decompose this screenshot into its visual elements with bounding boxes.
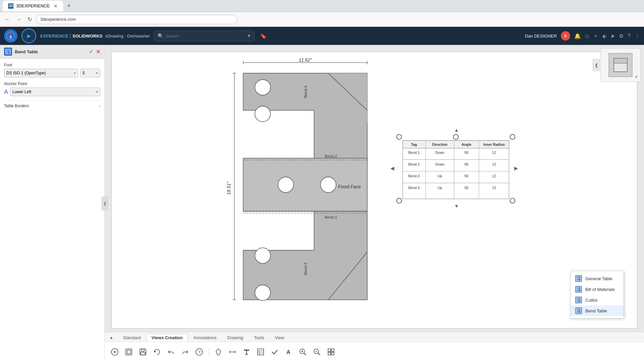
share-icon[interactable]: ◇ — [585, 33, 589, 39]
font-size-wrapper: 5 — [80, 69, 100, 77]
svg-text:?: ? — [198, 350, 200, 355]
context-general-table[interactable]: General Table — [571, 273, 624, 284]
font-select[interactable]: DS ISO 1 (OpenType) — [4, 69, 78, 77]
send-icon[interactable]: ➤ — [610, 33, 615, 39]
tool-smart-dimension[interactable] — [109, 346, 121, 358]
bom-label: Bill of Materials — [585, 287, 615, 292]
font-select-wrapper: DS ISO 1 (OpenType) — [4, 69, 78, 77]
svg-line-117 — [318, 353, 320, 355]
anchor-select[interactable]: Lower Left — [10, 87, 100, 96]
context-bom[interactable]: Bill of Materials — [571, 284, 624, 295]
table-borders-row[interactable]: Table Borders › — [4, 100, 100, 111]
notifications-icon[interactable]: 🔔 — [574, 33, 581, 39]
svg-text:Down: Down — [435, 150, 444, 155]
svg-marker-1 — [10, 33, 12, 36]
tool-zoom-in[interactable] — [297, 346, 309, 358]
svg-text:90: 90 — [465, 174, 469, 178]
svg-point-37 — [397, 198, 402, 203]
left-panel: Bend Table ✓ ✕ Font DS ISO 1 (OpenType) … — [0, 45, 105, 362]
tool-update[interactable] — [151, 346, 163, 358]
browser-chrome: 3D 3DEXPERIENCE ✕ + — [0, 0, 644, 12]
browser-tab[interactable]: 3D 3DEXPERIENCE ✕ — [3, 1, 63, 11]
toolbar-collapse-button[interactable]: ▲ — [107, 334, 115, 342]
tab-views-creation[interactable]: Views Creation — [147, 334, 188, 342]
user-avatar[interactable]: D — [561, 31, 570, 41]
tool-redo[interactable] — [179, 346, 191, 358]
svg-text:Bend.3: Bend.3 — [409, 174, 420, 178]
search-input[interactable] — [165, 34, 246, 39]
svg-text:11.62": 11.62" — [299, 58, 312, 63]
help-icon[interactable]: ? — [628, 33, 631, 39]
tool-grid[interactable] — [325, 346, 337, 358]
back-button[interactable]: ← — [3, 15, 12, 24]
tool-sketch[interactable] — [212, 346, 224, 358]
tool-text[interactable] — [240, 346, 253, 358]
bookmark-icon[interactable]: 🔖 — [260, 33, 267, 39]
svg-point-35 — [453, 134, 459, 139]
tools-icon[interactable]: ⚙ — [619, 33, 624, 39]
panel-ok-button[interactable]: ✓ — [89, 49, 93, 55]
svg-marker-97 — [154, 351, 156, 353]
tab-standard[interactable]: Standard — [118, 334, 146, 342]
svg-text:12: 12 — [492, 162, 496, 166]
user-name: Dan DESIGNER — [525, 34, 557, 39]
play-button[interactable]: ▶ — [21, 28, 36, 43]
context-cutlist[interactable]: Cutlist — [571, 295, 624, 305]
tool-text2[interactable]: A — [283, 346, 295, 358]
svg-marker-100 — [216, 349, 221, 355]
toolbar-tabs: ▲ Standard Views Creation Annotations Dr… — [105, 332, 644, 342]
svg-text:90: 90 — [465, 186, 469, 190]
refresh-button[interactable]: ↻ — [25, 15, 34, 24]
svg-text:Inner Radius: Inner Radius — [483, 142, 505, 146]
svg-text:12: 12 — [492, 174, 496, 178]
tool-help[interactable]: ? — [193, 346, 205, 358]
svg-text:▲: ▲ — [454, 127, 459, 133]
expand-icon[interactable]: ⋮ — [635, 33, 640, 39]
svg-text:12: 12 — [492, 150, 496, 155]
svg-text:Bend.4: Bend.4 — [303, 85, 308, 98]
svg-rect-43 — [403, 140, 509, 199]
tool-table[interactable] — [255, 346, 267, 358]
tab-view[interactable]: View — [270, 334, 289, 342]
search-dropdown-icon[interactable]: ▼ — [247, 34, 251, 38]
tool-save[interactable] — [137, 346, 149, 358]
tool-view[interactable] — [123, 346, 135, 358]
panel-title: Bend Table — [15, 49, 86, 54]
font-size-select[interactable]: 5 — [80, 69, 100, 77]
tool-check[interactable] — [269, 346, 281, 358]
context-bend-table[interactable]: Bend Table — [571, 305, 624, 316]
svg-text:Bend.1: Bend.1 — [325, 215, 337, 219]
svg-text:Bend.1: Bend.1 — [409, 150, 420, 155]
font-label: Font — [4, 63, 100, 67]
svg-text:Up: Up — [438, 186, 442, 190]
tab-close-button[interactable]: ✕ — [54, 3, 58, 9]
panel-close-button[interactable]: ✕ — [96, 49, 100, 55]
add-icon[interactable]: ＋ — [593, 33, 598, 40]
search-bar[interactable]: 🔍 ▼ — [154, 31, 255, 41]
svg-rect-93 — [127, 350, 130, 354]
svg-rect-120 — [331, 349, 334, 352]
table-borders-chevron[interactable]: › — [99, 103, 100, 109]
svg-text:Bend.4: Bend.4 — [409, 186, 420, 190]
address-bar[interactable]: 3dexperience.com — [36, 15, 237, 24]
bom-icon — [575, 286, 582, 293]
mini-viewport-collapse[interactable]: ❮ — [593, 59, 600, 71]
tool-dimension[interactable] — [226, 346, 238, 358]
tool-undo[interactable] — [165, 346, 177, 358]
new-tab-button[interactable]: + — [66, 1, 72, 11]
tool-zoom-out[interactable] — [311, 346, 323, 358]
svg-rect-83 — [576, 298, 581, 302]
svg-text:Bend.3: Bend.3 — [303, 263, 308, 275]
forward-button[interactable]: → — [14, 15, 23, 24]
tab-annotations[interactable]: Annotations — [189, 334, 222, 342]
tab-drawing[interactable]: Drawing — [222, 334, 248, 342]
bookmark2-icon[interactable]: ⬖ — [602, 33, 606, 39]
panel-collapse-button[interactable]: ❮ — [102, 197, 108, 210]
context-menu: General Table Bill of Materials Cutlist … — [570, 271, 624, 318]
svg-text:Tag: Tag — [411, 142, 417, 146]
bottom-toolbar: ▲ Standard Views Creation Annotations Dr… — [105, 332, 644, 362]
compass-button[interactable] — [4, 29, 17, 43]
tab-tools[interactable]: Tools — [249, 334, 269, 342]
svg-text:Angle: Angle — [462, 142, 471, 146]
bend-table-menu-icon — [575, 307, 582, 314]
